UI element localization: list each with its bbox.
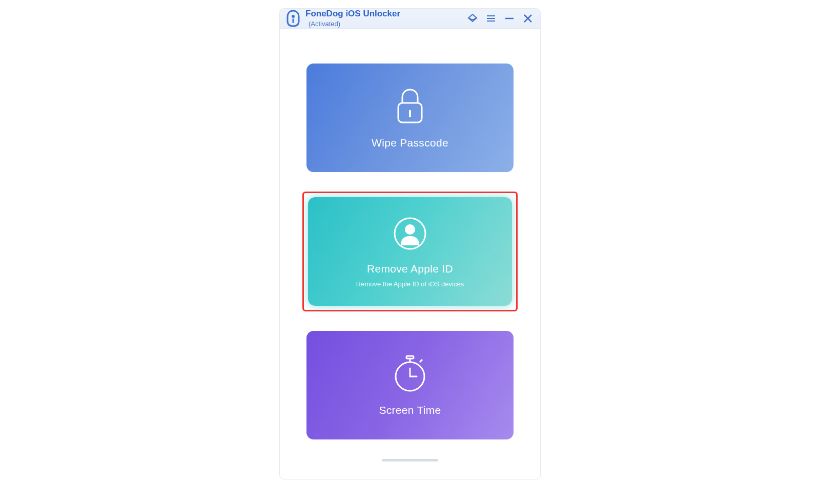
app-title: FoneDog iOS Unlocker	[305, 9, 400, 19]
user-icon	[392, 216, 428, 254]
svg-point-11	[405, 224, 415, 235]
minimize-button[interactable]	[503, 12, 516, 25]
remove-apple-id-subtitle: Remove the Apple ID of iOS devices	[356, 280, 464, 288]
wipe-passcode-card[interactable]: Wipe Passcode	[306, 64, 514, 172]
stopwatch-icon	[392, 354, 428, 395]
wipe-passcode-title: Wipe Passcode	[372, 137, 448, 149]
title-block: FoneDog iOS Unlocker (Activated)	[305, 9, 400, 28]
lock-icon	[392, 87, 428, 128]
card-wrap-screen-time: Screen Time	[302, 327, 518, 444]
card-wrap-wipe: Wipe Passcode	[302, 59, 518, 176]
activation-status: (Activated)	[309, 20, 400, 28]
bottom-area	[382, 459, 438, 470]
svg-line-14	[420, 360, 422, 362]
feedback-icon[interactable]	[466, 12, 479, 25]
window-controls	[466, 12, 534, 25]
svg-rect-9	[409, 110, 411, 117]
title-bar: FoneDog iOS Unlocker (Activated)	[280, 9, 540, 29]
screen-time-title: Screen Time	[379, 404, 441, 416]
close-button[interactable]	[522, 12, 534, 25]
svg-rect-1	[293, 18, 294, 23]
svg-rect-12	[406, 356, 414, 359]
card-wrap-apple-id-highlight: Remove Apple ID Remove the Apple ID of i…	[302, 192, 518, 311]
menu-icon[interactable]	[485, 12, 497, 25]
drag-handle[interactable]	[382, 459, 438, 461]
main-content: Wipe Passcode Remove Apple ID Remove the…	[280, 29, 540, 479]
svg-point-0	[292, 15, 295, 18]
remove-apple-id-title: Remove Apple ID	[367, 263, 453, 275]
remove-apple-id-card[interactable]: Remove Apple ID Remove the Apple ID of i…	[308, 197, 512, 306]
app-window: FoneDog iOS Unlocker (Activated)	[279, 8, 541, 479]
app-logo-icon	[286, 9, 300, 28]
screen-time-card[interactable]: Screen Time	[306, 331, 514, 439]
